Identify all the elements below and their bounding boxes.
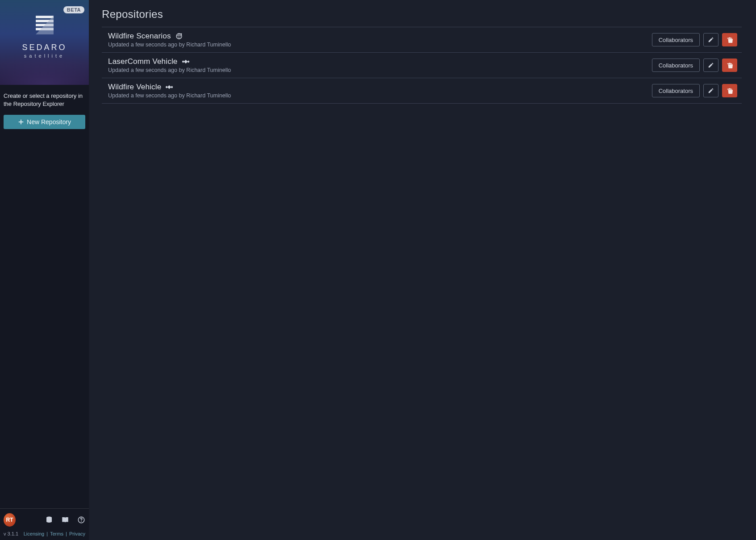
repository-row[interactable]: Wildfire ScenariosUpdated a few seconds … [102, 27, 742, 53]
sidebar-hint: Create or select a repository in the Rep… [3, 92, 86, 115]
pencil-icon [708, 88, 714, 94]
repository-row[interactable]: LaserComm VehicleUpdated a few seconds a… [102, 53, 742, 78]
repository-meta: Updated a few seconds ago by Richard Tum… [108, 92, 231, 99]
trash-icon [727, 37, 733, 43]
pencil-icon [708, 62, 714, 68]
delete-button[interactable] [722, 84, 737, 97]
sidebar: BETA SEDARO satellite Create or select a… [0, 0, 89, 540]
collaborators-button[interactable]: Collaborators [652, 59, 700, 72]
svg-rect-0 [36, 16, 54, 18]
database-icon[interactable] [45, 515, 53, 524]
satellite-icon [166, 84, 173, 91]
globe-orbit-icon [175, 33, 183, 40]
sidebar-spacer [0, 134, 89, 508]
collaborators-button[interactable]: Collaborators [652, 84, 700, 97]
book-icon[interactable] [61, 515, 69, 524]
edit-button[interactable] [703, 84, 718, 97]
terms-link[interactable]: Terms [50, 531, 63, 536]
repository-info: LaserComm VehicleUpdated a few seconds a… [108, 57, 231, 73]
repository-info: Wildfire VehicleUpdated a few seconds ag… [108, 83, 231, 99]
edit-button[interactable] [703, 59, 718, 72]
repository-row[interactable]: Wildfire VehicleUpdated a few seconds ag… [102, 78, 742, 104]
pipe: | [65, 531, 68, 536]
sidebar-header: BETA SEDARO satellite [0, 0, 89, 85]
beta-badge: BETA [63, 6, 84, 13]
repository-info: Wildfire ScenariosUpdated a few seconds … [108, 32, 231, 48]
satellite-icon [182, 58, 189, 65]
plus-icon [18, 119, 24, 125]
repository-actions: Collaborators [652, 33, 737, 46]
delete-button[interactable] [722, 33, 737, 46]
version-label: v 3.1.1 [4, 531, 18, 536]
repository-actions: Collaborators [652, 84, 737, 97]
privacy-link[interactable]: Privacy [69, 531, 85, 536]
collaborators-button[interactable]: Collaborators [652, 33, 700, 46]
pencil-icon [708, 37, 714, 43]
delete-button[interactable] [722, 59, 737, 72]
new-repository-button[interactable]: New Repository [4, 115, 85, 129]
app-logo-icon [32, 13, 58, 38]
licensing-link[interactable]: Licensing [24, 531, 44, 536]
app-name: SEDARO [22, 43, 67, 52]
edit-button[interactable] [703, 33, 718, 46]
new-repository-label: New Repository [27, 118, 71, 126]
footer-links: v 3.1.1 Licensing | Terms | Privacy [4, 530, 85, 538]
repository-meta: Updated a few seconds ago by Richard Tum… [108, 42, 231, 48]
trash-icon [727, 88, 733, 94]
svg-point-9 [81, 521, 82, 522]
footer-toolbar: RT [4, 513, 85, 530]
sidebar-body: Create or select a repository in the Rep… [0, 85, 89, 134]
sidebar-footer: RT v 3.1.1 Licensing | Terms | P [0, 508, 89, 540]
repository-list: Wildfire ScenariosUpdated a few seconds … [102, 27, 742, 104]
user-avatar[interactable]: RT [4, 513, 16, 527]
repository-actions: Collaborators [652, 59, 737, 72]
repository-meta: Updated a few seconds ago by Richard Tum… [108, 67, 231, 73]
app-subtitle: satellite [24, 53, 65, 59]
main-content: Repositories Wildfire ScenariosUpdated a… [89, 0, 756, 540]
help-icon[interactable] [77, 515, 85, 524]
repository-name: Wildfire Vehicle [108, 83, 161, 92]
page-title: Repositories [102, 8, 742, 21]
repository-name: LaserComm Vehicle [108, 57, 178, 66]
repository-name: Wildfire Scenarios [108, 32, 171, 41]
pipe: | [46, 531, 49, 536]
trash-icon [727, 62, 733, 68]
